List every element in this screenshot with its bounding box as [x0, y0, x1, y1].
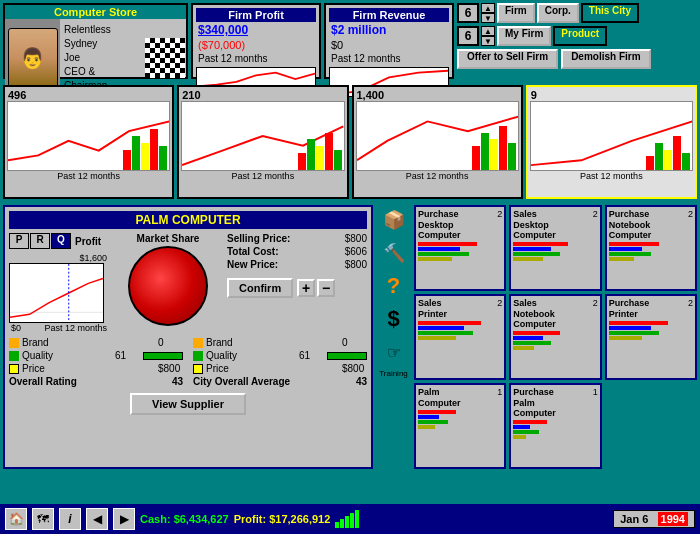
signal-3 — [345, 516, 349, 528]
action-card-purchase-notebook[interactable]: Purchase 2 Notebook Computer — [605, 205, 697, 291]
tabs-row-1: 6 ▲ ▼ Firm Corp. This City — [457, 3, 697, 23]
tab-arrows-1[interactable]: ▲ ▼ — [481, 3, 495, 23]
plus-minus-controls: + − — [297, 279, 335, 297]
bottom-icon-info[interactable]: i — [59, 508, 81, 530]
prq-tab-r[interactable]: R — [30, 233, 50, 249]
quality-label-right: Quality — [206, 350, 296, 361]
action-card-purchase-printer[interactable]: Purchase 2 Printer — [605, 294, 697, 380]
action-card-sales-printer[interactable]: Sales 2 Printer — [414, 294, 506, 380]
prq-tabs: P R Q — [9, 233, 71, 249]
product-card-0[interactable]: 496 Past 12 months — [3, 85, 174, 199]
action-buttons: Offer to Sell Firm Demolish Firm — [457, 49, 697, 69]
product-graph-2 — [356, 101, 519, 171]
product-card-2[interactable]: 1,400 Past 12 months — [352, 85, 523, 199]
action-card-sales-notebook[interactable]: Sales 2 Notebook Computer — [509, 294, 601, 380]
card-bars-2 — [609, 242, 693, 261]
new-price-row: New Price: $800 — [227, 259, 367, 270]
product-card-3[interactable]: 9 Past 12 months — [526, 85, 697, 199]
action-card-header-6: Palm 1 — [418, 387, 502, 397]
bottom-icon-2[interactable]: 🗺 — [32, 508, 54, 530]
tab-my-firm[interactable]: My Firm — [497, 26, 551, 46]
dollar-icon[interactable]: $ — [379, 304, 409, 334]
bar-5-4 — [609, 336, 643, 340]
card-bars-6 — [418, 410, 502, 429]
stat-price-right: Price $800 — [193, 363, 367, 374]
plus-button[interactable]: + — [297, 279, 315, 297]
price-value-right: $800 — [342, 363, 367, 374]
city-avg-value: 43 — [356, 376, 367, 387]
view-supplier-button[interactable]: View Supplier — [130, 393, 246, 415]
tab-firm[interactable]: Firm — [497, 3, 535, 23]
bar-0-1 — [418, 242, 477, 246]
card-title-6: Palm — [418, 387, 440, 397]
cursor-icon[interactable]: ☞ — [379, 337, 409, 367]
bar-7-3 — [513, 430, 538, 434]
card-bars-0 — [418, 242, 502, 261]
action-card-header-5: Purchase 2 — [609, 298, 693, 308]
firm-revenue-period: Past 12 months — [329, 52, 449, 65]
new-price-label: New Price: — [227, 259, 278, 270]
price-label-right: Price — [206, 363, 339, 374]
card-title-7: Purchase — [513, 387, 554, 397]
question-icon[interactable]: ? — [379, 271, 409, 301]
selling-price-label: Selling Price: — [227, 233, 290, 244]
product-past-0: Past 12 months — [57, 171, 120, 181]
card-subtitle-2b: Computer — [609, 230, 693, 240]
product-card-1[interactable]: 210 Past 12 months — [177, 85, 348, 199]
prq-tab-q[interactable]: Q — [51, 233, 71, 249]
quality-label-left: Quality — [22, 350, 112, 361]
signal-1 — [335, 522, 339, 528]
bottom-icon-fwd[interactable]: ▶ — [113, 508, 135, 530]
action-card-purchase-palm[interactable]: Purchase 1 Palm Computer — [509, 383, 601, 469]
signal-2 — [340, 519, 344, 528]
bar-1-1 — [513, 242, 568, 246]
quality-bar-right — [327, 352, 367, 360]
bottom-icon-back[interactable]: ◀ — [86, 508, 108, 530]
bar-0-3 — [418, 252, 469, 256]
store-title: Computer Store — [5, 5, 186, 19]
palm-panel-title: PALM COMPUTER — [9, 211, 367, 229]
tab-this-city[interactable]: This City — [581, 3, 639, 23]
tab-up-2[interactable]: ▲ — [481, 26, 495, 36]
minus-button[interactable]: − — [317, 279, 335, 297]
product-graph-0 — [7, 101, 170, 171]
action-card-palm[interactable]: Palm 1 Computer — [414, 383, 506, 469]
confirm-button[interactable]: Confirm — [227, 278, 293, 298]
price-label-left: Price — [22, 363, 155, 374]
action-card-purchase-desktop[interactable]: Purchase 2 Desktop Computer — [414, 205, 506, 291]
bar-2-1 — [609, 242, 660, 246]
new-price-value: $800 — [345, 259, 367, 270]
bar-0-2 — [418, 247, 460, 251]
demolish-btn[interactable]: Demolish Firm — [561, 49, 650, 69]
tab-corp[interactable]: Corp. — [537, 3, 579, 23]
tab-down-1[interactable]: ▼ — [481, 13, 495, 23]
card-bars-4 — [513, 331, 597, 350]
bar-5-2 — [609, 326, 651, 330]
package-icon[interactable]: 📦 — [379, 205, 409, 235]
card-bars-3 — [418, 321, 502, 340]
signal-5 — [355, 510, 359, 528]
profit-display: Profit: $17,266,912 — [234, 513, 331, 525]
card-num-5: 2 — [688, 298, 693, 308]
bottom-icon-1[interactable]: 🏠 — [5, 508, 27, 530]
tab-arrows-2[interactable]: ▲ ▼ — [481, 26, 495, 46]
tab-down-2[interactable]: ▼ — [481, 36, 495, 46]
firm-profit-title: Firm Profit — [196, 8, 316, 22]
ladder-icon[interactable]: 🔨 — [379, 238, 409, 268]
total-cost-row: Total Cost: $606 — [227, 246, 367, 257]
tab-product[interactable]: Product — [553, 26, 607, 46]
card-subtitle-0a: Desktop — [418, 220, 502, 230]
quality-value-left: 61 — [115, 350, 140, 361]
quality-value-right: 61 — [299, 350, 324, 361]
company-name: Relentless — [64, 23, 140, 37]
card-subtitle-0b: Computer — [418, 230, 502, 240]
tab-up-1[interactable]: ▲ — [481, 3, 495, 13]
action-card-header-2: Purchase 2 — [609, 209, 693, 219]
profit-high: $1,600 — [9, 253, 109, 263]
stat-quality-right: Quality 61 — [193, 350, 367, 361]
offer-sell-btn[interactable]: Offer to Sell Firm — [457, 49, 558, 69]
bar-2-4 — [609, 257, 634, 261]
prq-tab-p[interactable]: P — [9, 233, 29, 249]
action-cards-grid: Purchase 2 Desktop Computer Sales 2 Desk… — [414, 205, 697, 469]
action-card-sales-desktop[interactable]: Sales 2 Desktop Computer — [509, 205, 601, 291]
